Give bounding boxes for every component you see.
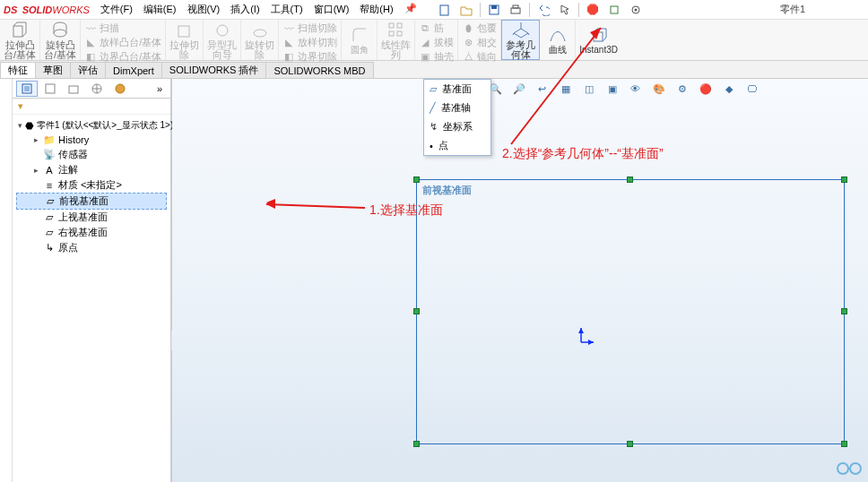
ribbon-reference-geometry[interactable]: 参考几何体 [501, 20, 540, 60]
plane-label: 前视基准面 [422, 184, 472, 197]
tree-annotations[interactable]: ▸A注解 [16, 162, 167, 177]
ribbon-revolve-boss[interactable]: 旋转凸台/基体 [40, 20, 81, 60]
plane-icon: ▱ [430, 83, 437, 95]
tree-tab-property-icon[interactable] [39, 81, 61, 97]
plane-handle-bm[interactable] [627, 441, 633, 447]
tree-right-plane[interactable]: ▱右视基准面 [16, 225, 167, 240]
svg-rect-4 [513, 5, 518, 8]
svg-rect-16 [397, 31, 402, 36]
tree-top-plane[interactable]: ▱上视基准面 [16, 210, 167, 225]
render-icon[interactable]: ◆ [721, 81, 737, 97]
menu-edit[interactable]: 编辑(E) [138, 1, 182, 18]
ribbon-instant3d[interactable]: Instant3D [576, 20, 621, 60]
graphics-viewport[interactable]: ▱基准面 ╱基准轴 ↯坐标系 •点 🔍 🔎 ↩ ▦ ◫ ▣ 👁 🎨 ⚙ 🔴 ◆ … [172, 79, 868, 482]
tree-tab-overflow-icon[interactable]: » [149, 81, 170, 97]
ribbon-rib: ⧉筋 [419, 22, 444, 35]
appearance-icon[interactable]: 🔴 [698, 81, 714, 97]
menu-window[interactable]: 窗口(W) [308, 1, 355, 18]
ribbon-extrude-boss[interactable]: 拉伸凸台/基体 [0, 20, 40, 60]
ribbon-revolve-cut: 旋转切除 [241, 20, 279, 60]
tab-mbd[interactable]: SOLIDWORKS MBD [265, 62, 373, 78]
svg-rect-21 [69, 86, 78, 93]
qat-settings-button[interactable] [626, 2, 646, 18]
hide-show-icon[interactable]: 👁 [628, 81, 644, 97]
plane-icon: ▱ [43, 227, 56, 239]
command-tabs: 特征 草图 评估 DimXpert SOLIDWORKS 插件 SOLIDWOR… [0, 61, 868, 79]
ribbon-intersect: ⊗相交 [462, 36, 497, 49]
tree-front-plane[interactable]: ▱前视基准面 [16, 193, 167, 210]
menu-insert[interactable]: 插入(I) [225, 1, 265, 18]
plane-handle-bl[interactable] [413, 441, 420, 447]
plane-handle-tm[interactable] [627, 176, 633, 183]
curves-icon [548, 25, 568, 45]
zoom-fit-icon[interactable]: 🔍 [488, 81, 504, 97]
point-icon: • [430, 141, 433, 151]
tree-root[interactable]: ▾⬣零件1 (默认<<默认>_显示状态 1>) [16, 118, 167, 133]
view-goggles-icon[interactable] [836, 460, 863, 478]
app-name: SOLID [22, 4, 53, 15]
qat-save-button[interactable] [484, 2, 504, 18]
qat-print-button[interactable] [506, 2, 525, 18]
qat-undo-button[interactable] [534, 2, 553, 18]
tree-tab-dimxpert-icon[interactable] [86, 81, 108, 97]
tab-sketch[interactable]: 草图 [35, 62, 71, 78]
ribbon-mirror: ⧊镜向 [462, 50, 497, 64]
annotation-step1-text: 1.选择基准面 [369, 202, 443, 219]
tree-tab-display-icon[interactable] [109, 81, 131, 97]
svg-point-31 [850, 463, 861, 474]
ribbon-sweep-cut: 〰扫描切除 [282, 22, 337, 35]
menu-pin-icon[interactable]: 📌 [399, 1, 422, 18]
dropdown-point[interactable]: •点 [424, 136, 490, 155]
collapsed-task-pane[interactable] [0, 79, 13, 482]
tree-panel-tabs: » [13, 79, 170, 99]
ribbon-shell: ▣抽壳 [419, 50, 454, 64]
plane-handle-tl[interactable] [413, 176, 420, 183]
ribbon: 拉伸凸台/基体 旋转凸台/基体 〰扫描 ◣放样凸台/基体 ◧边界凸台/基体 拉伸… [0, 20, 868, 61]
tree-root-label: 零件1 (默认<<默认>_显示状态 1>) [37, 119, 173, 132]
plane-handle-mr[interactable] [841, 308, 847, 314]
svg-rect-13 [389, 23, 394, 28]
ribbon-loft-cut: ◣放样切割 [282, 36, 337, 49]
plane-handle-br[interactable] [841, 441, 847, 447]
dropdown-axis[interactable]: ╱基准轴 [424, 99, 490, 117]
ribbon-sweep: 〰扫描 [84, 22, 119, 35]
tab-addins[interactable]: SOLIDWORKS 插件 [161, 62, 267, 78]
menu-tools[interactable]: 工具(T) [265, 1, 308, 18]
qat-options-button[interactable] [604, 2, 624, 18]
tree-history[interactable]: ▸📁History [16, 133, 167, 147]
filter-funnel-icon[interactable]: ▾ [18, 100, 23, 112]
svg-rect-14 [397, 23, 402, 28]
svg-rect-3 [511, 8, 520, 13]
viewport-icon[interactable]: 🖵 [744, 81, 760, 97]
tree-origin[interactable]: ↳原点 [16, 240, 167, 255]
menu-help[interactable]: 帮助(H) [354, 1, 398, 18]
tab-evaluate[interactable]: 评估 [70, 62, 106, 78]
tab-features[interactable]: 特征 [0, 62, 36, 78]
plane-handle-tr[interactable] [841, 176, 847, 183]
qat-new-button[interactable] [435, 2, 455, 18]
app-logo: DS SOLIDWORKS [4, 4, 90, 16]
qat-open-button[interactable] [456, 2, 476, 18]
tree-tab-config-icon[interactable] [63, 81, 84, 97]
svg-rect-10 [178, 26, 189, 37]
svg-rect-15 [389, 31, 394, 36]
ribbon-curves[interactable]: 曲线 [540, 20, 576, 60]
dropdown-coord[interactable]: ↯坐标系 [424, 117, 490, 136]
tree-sensors[interactable]: 📡传感器 [16, 147, 167, 162]
scene-icon[interactable]: 🎨 [651, 81, 667, 97]
tree-material[interactable]: ≡材质 <未指定> [16, 177, 167, 193]
menu-bar: 文件(F) 编辑(E) 视图(V) 插入(I) 工具(T) 窗口(W) 帮助(H… [95, 1, 422, 18]
dropdown-plane[interactable]: ▱基准面 [424, 80, 490, 99]
plane-selection-rect[interactable]: 前视基准面 [416, 179, 845, 444]
ribbon-draft: ◢拔模 [419, 36, 454, 49]
ds-logo-icon: DS [4, 4, 17, 15]
tree-tab-feature-icon[interactable] [16, 81, 38, 97]
view-settings-icon[interactable]: ⚙ [674, 81, 690, 97]
qat-select-button[interactable] [555, 2, 575, 18]
plane-handle-ml[interactable] [413, 308, 420, 314]
ribbon-loft: ◣放样凸台/基体 [84, 36, 161, 49]
qat-rebuild-button[interactable]: 🛑 [583, 2, 603, 18]
tab-dimxpert[interactable]: DimXpert [105, 62, 162, 78]
menu-view[interactable]: 视图(V) [182, 1, 226, 18]
menu-file[interactable]: 文件(F) [95, 1, 138, 18]
